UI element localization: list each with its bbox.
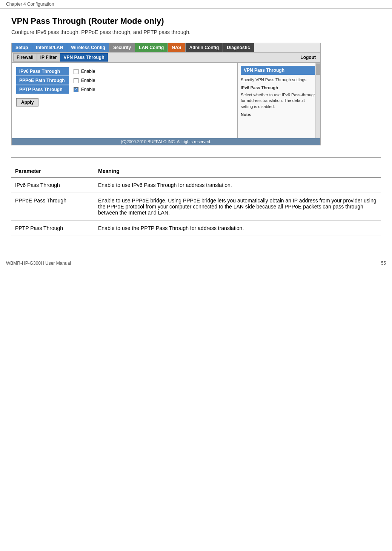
form-area: IPv6 Pass Through Enable PPPoE Path Thro…	[12, 63, 237, 138]
sub-nav-firewall[interactable]: Firewall	[13, 53, 37, 62]
pptp-enable-label: Enable	[81, 87, 95, 92]
param-pppoe-meaning: Enable to use PPPoE bridge. Using PPPoE …	[94, 193, 381, 221]
page-subtitle: Configure IPv6 pass through, PPPoE pass …	[11, 29, 381, 35]
help-panel: VPN Pass Through Specify VPN Pass Throug…	[237, 63, 320, 138]
ipv6-label: IPv6 Pass Through	[16, 67, 69, 76]
pptp-value: Enable	[69, 85, 100, 94]
tab-nas[interactable]: NAS	[168, 43, 185, 52]
table-row: IPv6 Pass Through Enable to use IPv6 Pas…	[11, 177, 381, 193]
tab-wireless-config[interactable]: Wireless Config	[67, 43, 109, 52]
param-ipv6-name: IPv6 Pass Through	[11, 177, 94, 193]
pptp-row: PPTP Pass Through Enable	[16, 85, 233, 94]
tab-lan-config[interactable]: LAN Config	[135, 43, 168, 52]
tab-security[interactable]: Security	[109, 43, 135, 52]
sub-nav: Firewall IP Filter VPN Pass Through Logo…	[12, 52, 320, 63]
pppoe-enable-label: Enable	[81, 78, 95, 83]
tab-diagnostic[interactable]: Diagnostic	[223, 43, 254, 52]
help-ipv6-title: IPv6 Pass Through	[241, 85, 317, 91]
help-panel-body: Specify VPN Pass Through settings. IPv6 …	[241, 77, 317, 117]
pppoe-label: PPPoE Path Through	[16, 76, 69, 85]
apply-button[interactable]: Apply	[16, 98, 38, 106]
manual-name: WBMR-HP-G300H User Manual	[6, 261, 71, 266]
router-ui-panel: Setup Internet/LAN Wireless Config Secur…	[11, 43, 321, 145]
table-row: PPPoE Pass Through Enable to use PPPoE b…	[11, 193, 381, 221]
section-divider	[11, 157, 381, 157]
logout-button[interactable]: Logout	[297, 54, 319, 61]
nav-tabs: Setup Internet/LAN Wireless Config Secur…	[12, 43, 320, 52]
col-parameter: Parameter	[11, 165, 94, 177]
page-content: VPN Pass Through (Router Mode only) Conf…	[0, 9, 392, 244]
pppoe-value: Enable	[69, 76, 100, 85]
param-ipv6-meaning: Enable to use IPv6 Pass Through for addr…	[94, 177, 381, 193]
page-footer: WBMR-HP-G300H User Manual 55	[0, 259, 392, 267]
ipv6-row: IPv6 Pass Through Enable	[16, 67, 233, 76]
sub-nav-ip-filter[interactable]: IP Filter	[37, 53, 60, 62]
page-title: VPN Pass Through (Router Mode only)	[11, 16, 381, 26]
main-content-area: IPv6 Pass Through Enable PPPoE Path Thro…	[12, 63, 320, 138]
help-ipv6-desc: Select whether to use IPv6 Pass-through …	[241, 92, 317, 110]
page-number: 55	[381, 261, 386, 266]
pppoe-row: PPPoE Path Through Enable	[16, 76, 233, 85]
scrollbar[interactable]	[315, 63, 320, 138]
sub-nav-vpn-pass-through[interactable]: VPN Pass Through	[60, 53, 108, 62]
tab-setup[interactable]: Setup	[12, 43, 32, 52]
ipv6-value: Enable	[69, 67, 100, 76]
table-row: PPTP Pass Through Enable to use the PPTP…	[11, 221, 381, 236]
pppoe-checkbox[interactable]	[74, 78, 78, 83]
tab-admin-config[interactable]: Admin Config	[186, 43, 223, 52]
chapter-title: Chapter 4 Configuration	[6, 2, 54, 7]
sub-nav-left: Firewall IP Filter VPN Pass Through	[13, 53, 108, 62]
param-pptp-name: PPTP Pass Through	[11, 221, 94, 236]
help-note-label: Note:	[241, 112, 317, 117]
pptp-label: PPTP Pass Through	[16, 85, 69, 94]
pptp-checkbox[interactable]	[74, 87, 78, 92]
router-footer: (C)2000-2010 BUFFALO INC. All rights res…	[12, 138, 320, 145]
param-pppoe-name: PPPoE Pass Through	[11, 193, 94, 221]
param-pptp-meaning: Enable to use the PPTP Pass Through for …	[94, 221, 381, 236]
chapter-header: Chapter 4 Configuration	[0, 0, 392, 9]
params-table: Parameter Meaning IPv6 Pass Through Enab…	[11, 165, 381, 236]
tab-internet-lan[interactable]: Internet/LAN	[32, 43, 67, 52]
scrollbar-thumb	[316, 63, 320, 75]
ipv6-enable-label: Enable	[81, 69, 95, 74]
col-meaning: Meaning	[94, 165, 381, 177]
help-panel-title: VPN Pass Through	[241, 66, 317, 75]
help-intro: Specify VPN Pass Through settings.	[241, 77, 317, 83]
ipv6-checkbox[interactable]	[74, 69, 78, 74]
